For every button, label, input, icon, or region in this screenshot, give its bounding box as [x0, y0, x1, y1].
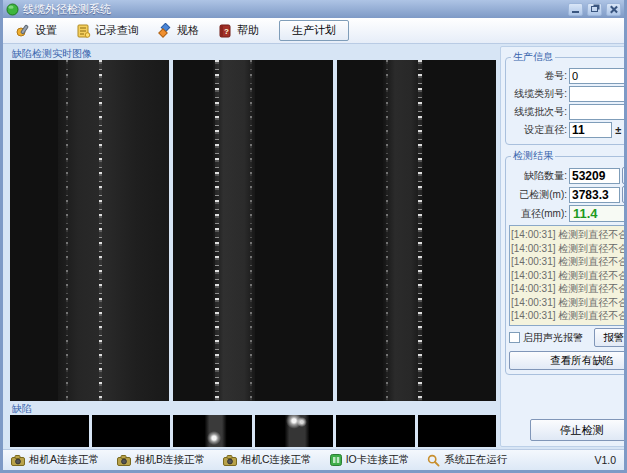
camera-icon [11, 455, 25, 466]
log-entry: [14:00:31] 检测到直径不合格 [511, 228, 627, 242]
plus-minus-sign: ± [614, 124, 622, 136]
defect-thumbnail[interactable] [10, 415, 89, 447]
reel-number-label: 卷号: [509, 69, 567, 83]
current-diameter-value: 11.4 [569, 205, 627, 222]
minimize-icon [572, 11, 579, 13]
toolbar: 设置 记录查询 规格 [3, 18, 624, 44]
status-system-running: 系统正在运行 [427, 453, 507, 467]
record-query-label: 记录查询 [95, 23, 139, 38]
close-button[interactable] [606, 3, 621, 16]
defect-thumbnail[interactable] [336, 415, 415, 447]
production-plan-button[interactable]: 生产计划 [279, 20, 349, 41]
help-icon: ? [217, 23, 233, 39]
status-camera-a-label: 相机A连接正常 [29, 453, 99, 467]
restore-button[interactable] [587, 3, 602, 16]
cable-type-select[interactable] [569, 86, 627, 102]
defect-strip-label: 缺陷 [10, 401, 496, 415]
title-bar: 线缆外径检测系统 [3, 0, 624, 18]
restore-icon [591, 6, 598, 12]
current-diameter-label: 直径(mm): [509, 207, 567, 221]
record-query-button[interactable]: 记录查询 [69, 21, 145, 41]
settings-icon [15, 23, 31, 39]
defect-thumbnail[interactable] [92, 415, 171, 447]
measured-length-label: 已检测(m): [509, 188, 567, 202]
cable-batch-value [570, 105, 627, 119]
settings-button[interactable]: 设置 [9, 21, 63, 41]
status-system-running-label: 系统正在运行 [444, 453, 507, 467]
help-label: 帮助 [237, 23, 259, 38]
reel-number-input[interactable] [569, 68, 627, 84]
status-camera-c: 相机C连接正常 [223, 453, 312, 467]
log-entry: [14:00:31] 检测到直径不合格 [511, 255, 627, 269]
camera-view-c [337, 60, 496, 401]
defect-thumbnail[interactable] [418, 415, 497, 447]
cable-edge-faint [66, 60, 68, 401]
window-title: 线缆外径检测系统 [23, 2, 564, 17]
io-card-icon [330, 454, 342, 466]
alarm-checkbox-label: 启用声光报警 [523, 331, 591, 345]
status-io-card: IO卡连接正常 [330, 453, 410, 467]
measured-length-field[interactable] [569, 187, 620, 203]
log-entry: [14:00:31] 检测到直径不合格 [511, 309, 627, 323]
cable-strip [58, 60, 170, 401]
detection-results-header: 检测结果 [511, 149, 555, 163]
camera-icon [117, 455, 131, 466]
settings-label: 设置 [35, 23, 57, 38]
detection-log-lines: [14:00:31] 检测到直径不合格 [14:00:31] 检测到直径不合格 … [510, 226, 627, 325]
cable-type-value [570, 87, 627, 101]
main-content: 缺陷检测实时图像 缺陷 [3, 44, 624, 449]
camera-view-b [173, 60, 332, 401]
clear-measured-length-button[interactable]: 清零 [622, 186, 627, 203]
svg-text:?: ? [224, 27, 229, 36]
close-icon [609, 5, 618, 14]
spec-button[interactable]: 规格 [151, 21, 205, 41]
version-label: V1.0 [594, 454, 616, 466]
minimize-button[interactable] [568, 3, 583, 16]
spec-icon [157, 23, 173, 39]
view-all-defects-button[interactable]: 查看所有缺陷 [509, 351, 627, 370]
log-entry: [14:00:31] 检测到直径不合格 [511, 242, 627, 256]
defect-thumbnail[interactable] [173, 415, 252, 447]
detection-log[interactable]: [14:00:31] 检测到直径不合格 [14:00:31] 检测到直径不合格 … [509, 225, 627, 326]
app-icon [6, 3, 19, 16]
spec-label: 规格 [177, 23, 199, 38]
cable-strip [213, 60, 254, 401]
defect-count-label: 缺陷数量: [509, 169, 567, 183]
cable-strip [383, 60, 423, 401]
alarm-reset-button[interactable]: 报警复位 [594, 328, 627, 347]
live-image-label: 缺陷检测实时图像 [10, 46, 496, 60]
alarm-checkbox[interactable] [509, 332, 520, 343]
set-diameter-label: 设定直径: [509, 123, 567, 137]
cable-edge-highlight [99, 60, 102, 401]
camera-views [10, 60, 496, 401]
defect-count-field[interactable] [569, 168, 620, 184]
panel-spacer [505, 379, 627, 415]
side-panel: 生产信息 卷号: 线缆类别号: 线缆批次号: [500, 46, 627, 447]
help-button[interactable]: ? 帮助 [211, 21, 265, 41]
stop-detection-button[interactable]: 停止检测 [530, 419, 627, 441]
cable-batch-select[interactable] [569, 104, 627, 120]
status-camera-b: 相机B连接正常 [117, 453, 205, 467]
cable-edge-highlight [418, 60, 422, 401]
magnifier-icon [427, 454, 440, 467]
status-camera-c-label: 相机C连接正常 [241, 453, 312, 467]
cable-type-label: 线缆类别号: [509, 87, 567, 101]
production-info-header: 生产信息 [511, 50, 555, 64]
clear-defect-count-button[interactable]: 清零 [622, 167, 627, 184]
log-entry: [14:00:31] 检测到直径不合格 [511, 296, 627, 310]
camera-icon [223, 455, 237, 466]
record-query-icon [75, 23, 91, 39]
cable-batch-label: 线缆批次号: [509, 105, 567, 119]
status-io-card-label: IO卡连接正常 [346, 453, 410, 467]
defect-thumbnail[interactable] [255, 415, 334, 447]
app-window: 线缆外径检测系统 设置 [0, 0, 627, 473]
live-image-panel: 缺陷检测实时图像 缺陷 [10, 46, 496, 447]
status-camera-a: 相机A连接正常 [11, 453, 99, 467]
status-bar: 相机A连接正常 相机B连接正常 相机C连接正常 IO卡连接正常 系统正在运行 [3, 449, 624, 470]
defect-thumbnails [10, 415, 496, 447]
detection-results-group: 检测结果 缺陷数量: 清零 已检测(m): 清零 直径(mm): 11.4 [505, 149, 627, 375]
cable-edge-faint [386, 60, 388, 401]
log-entry: [14:00:31] 检测到直径不合格 [511, 282, 627, 296]
production-info-group: 生产信息 卷号: 线缆类别号: 线缆批次号: [505, 50, 627, 145]
set-diameter-input[interactable] [569, 122, 612, 138]
